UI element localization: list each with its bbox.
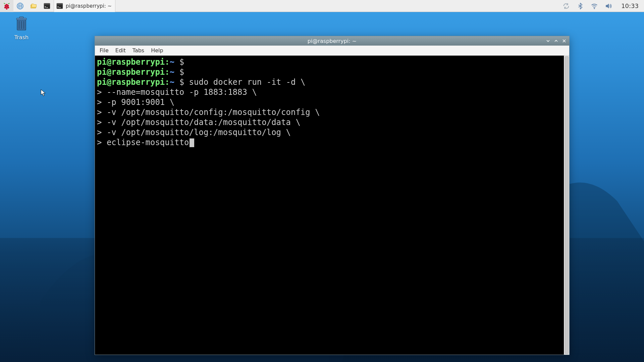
raspberry-icon xyxy=(3,2,10,10)
wifi-icon xyxy=(591,2,598,10)
window-minimize-button[interactable] xyxy=(544,37,552,45)
svg-rect-14 xyxy=(57,3,63,5)
updates-tray[interactable] xyxy=(562,2,570,10)
svg-point-2 xyxy=(6,4,8,5)
folders-icon xyxy=(30,2,37,10)
mouse-cursor xyxy=(41,89,46,98)
web-browser-launcher[interactable] xyxy=(13,0,27,12)
window-buttons xyxy=(544,36,568,46)
terminal-icon xyxy=(43,2,51,10)
terminal-line: > -p 9001:9001 \ xyxy=(97,97,562,107)
menu-tabs[interactable]: Tabs xyxy=(130,46,147,55)
trash-icon xyxy=(14,16,29,32)
terminal-line: pi@raspberrypi:~ $ xyxy=(97,67,562,77)
bluetooth-icon xyxy=(577,2,584,10)
terminal-menubar: File Edit Tabs Help xyxy=(95,46,569,56)
desktop-icon-trash[interactable]: Trash xyxy=(9,16,34,41)
menu-file[interactable]: File xyxy=(97,46,111,55)
refresh-icon xyxy=(562,2,570,10)
svg-rect-19 xyxy=(19,17,23,18)
terminal-line: pi@raspberrypi:~ $ xyxy=(97,57,562,67)
panel-left: pi@raspberrypi: ~ xyxy=(0,0,115,12)
terminal-output[interactable]: pi@raspberrypi:~ $ pi@raspberrypi:~ $ pi… xyxy=(95,56,564,355)
terminal-icon xyxy=(56,2,63,10)
svg-point-5 xyxy=(6,6,8,8)
svg-rect-18 xyxy=(16,18,26,20)
close-icon xyxy=(562,39,566,43)
wifi-tray[interactable] xyxy=(590,2,598,10)
globe-icon xyxy=(16,2,24,10)
terminal-scrollbar[interactable] xyxy=(564,56,569,355)
terminal-line: > --name=mosquitto -p 1883:1883 \ xyxy=(97,87,562,97)
menu-help[interactable]: Help xyxy=(148,46,166,55)
svg-rect-11 xyxy=(44,3,50,5)
file-manager-launcher[interactable] xyxy=(27,0,40,12)
app-menu-button[interactable] xyxy=(0,0,13,12)
window-close-button[interactable] xyxy=(560,37,568,45)
terminal-line: > -v /opt/mosquitto/config:/mosquitto/co… xyxy=(97,107,562,117)
svg-point-6 xyxy=(6,8,8,9)
terminal-window: pi@raspberrypi: ~ File Edit Tabs Help pi… xyxy=(95,36,570,355)
terminal-cursor xyxy=(190,138,194,147)
terminal-line: pi@raspberrypi:~ $ sudo docker run -it -… xyxy=(97,77,562,87)
top-panel: pi@raspberrypi: ~ 10:33 xyxy=(0,0,644,12)
svg-point-16 xyxy=(594,8,595,9)
desktop-icon-label: Trash xyxy=(9,34,34,41)
chevron-up-icon xyxy=(554,39,558,43)
menu-edit[interactable]: Edit xyxy=(113,46,128,55)
window-title: pi@raspberrypi: ~ xyxy=(308,38,357,44)
terminal-launcher[interactable] xyxy=(40,0,54,12)
bluetooth-tray[interactable] xyxy=(576,2,584,10)
terminal-line: > eclipse-mosquitto xyxy=(97,137,562,147)
window-titlebar[interactable]: pi@raspberrypi: ~ xyxy=(95,36,569,46)
chevron-down-icon xyxy=(546,39,550,43)
taskbar-item-label: pi@raspberrypi: ~ xyxy=(66,3,112,9)
scrollbar-thumb[interactable] xyxy=(565,56,569,354)
terminal-line: > -v /opt/mosquitto/log:/mosquitto/log \ xyxy=(97,127,562,137)
panel-clock[interactable]: 10:33 xyxy=(619,2,641,9)
taskbar-item-terminal[interactable]: pi@raspberrypi: ~ xyxy=(54,0,115,12)
speaker-icon xyxy=(605,2,612,10)
volume-tray[interactable] xyxy=(604,2,612,10)
window-maximize-button[interactable] xyxy=(552,37,560,45)
panel-right: 10:33 xyxy=(562,0,644,12)
terminal-line: > -v /opt/mosquitto/data:/mosquitto/data… xyxy=(97,117,562,127)
terminal-body-wrap: pi@raspberrypi:~ $ pi@raspberrypi:~ $ pi… xyxy=(95,56,569,355)
